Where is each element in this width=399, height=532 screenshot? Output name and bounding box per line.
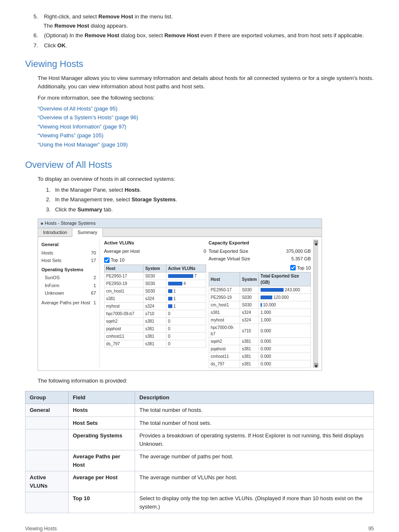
vlun-system: s381 xyxy=(143,317,166,325)
cap-host: cm_host1 xyxy=(209,301,240,309)
cap-system: S030 xyxy=(240,294,259,301)
vluns-avg-row: Average per Host 0 xyxy=(104,247,206,255)
vluns-top10-checkbox[interactable] xyxy=(104,257,110,263)
link-overview-all-hosts[interactable]: “Overview of All Hosts” (page 95) xyxy=(38,105,374,113)
unknown-label: Unknown xyxy=(45,290,64,297)
panel-title-bar: ■ Hosts - Storage Systems xyxy=(38,219,322,228)
table-row: Top 10 Select to display only the top te… xyxy=(26,492,374,513)
vluns-top10-label: Top 10 xyxy=(111,257,125,264)
info-description: The average number of paths per host. xyxy=(135,450,374,471)
table-row: PE2950-19 S030 4 xyxy=(104,280,206,287)
scroll-up[interactable]: ▲ xyxy=(314,240,318,244)
table-row: PE2950-19 S030 120.000 xyxy=(209,294,310,301)
table-row: pqahost s381 0 xyxy=(104,325,206,332)
table-header-description: Description xyxy=(135,391,374,404)
cap-host: myhost xyxy=(209,316,240,324)
info-group xyxy=(26,450,69,471)
cap-system: s381 xyxy=(240,360,259,368)
vluns-table: Host System Active VLUNs PE2950-17 S030 … xyxy=(104,265,206,348)
panel-icon: ■ xyxy=(41,220,43,226)
table-row: myhost s324 1 xyxy=(104,302,206,310)
info-group xyxy=(26,492,69,513)
capacity-total-value: 375,000 GB xyxy=(286,248,311,255)
table-header-field: Field xyxy=(68,391,135,404)
capacity-avg-value: 5.357 GB xyxy=(292,255,311,262)
table-row: s381 s324 1.000 xyxy=(209,309,310,316)
info-field: Hosts xyxy=(68,404,135,417)
sunos-label: SunOS xyxy=(45,274,59,281)
section2-step-1: 1. In the Manager Pane, select Hosts. xyxy=(46,186,374,194)
table-row: hpc7000-09-b7 s710 0 xyxy=(104,310,206,317)
table-row: Host Sets The total number of host sets. xyxy=(26,416,374,429)
viewing-hosts-title: Viewing Hosts xyxy=(25,57,374,71)
section2-step-3: 3. Click the Summary tab. xyxy=(46,206,374,214)
overview-all-hosts-title: Overview of All Hosts xyxy=(25,158,374,172)
vlun-host: myhost xyxy=(104,302,143,310)
hosts-label: Hosts xyxy=(41,249,53,257)
vlun-host: PE2950-19 xyxy=(104,280,143,287)
vlun-count: 0 xyxy=(166,340,206,347)
unknown-value: 67 xyxy=(91,290,96,297)
link-viewing-paths[interactable]: “Viewing Paths” (page 105) xyxy=(38,131,374,140)
tab-introduction[interactable]: Introduction xyxy=(38,228,72,237)
following-info-text: The following information is provided: xyxy=(38,377,374,385)
vlun-host: ds_797 xyxy=(104,340,143,347)
step-6: 6. (Optional) In the Remove Host dialog … xyxy=(33,31,374,40)
vlun-system: s324 xyxy=(143,302,166,310)
scroll-down[interactable]: ▼ xyxy=(314,363,318,367)
cap-system: s381 xyxy=(240,338,259,345)
step-7-number: 7. xyxy=(33,42,38,49)
info-table: Group Field Description General Hosts Th… xyxy=(25,391,374,514)
link-using-host-manager[interactable]: “Using the Host Manager” (page 109) xyxy=(38,141,374,149)
panel-tabs[interactable]: Introduction Summary xyxy=(38,228,322,237)
table-row: ds_797 s381 0 xyxy=(104,340,206,347)
vlun-system: s381 xyxy=(143,332,166,340)
capacity-total-row: Total Exported Size 375,000 GB xyxy=(209,247,311,255)
hosts-row: Hosts 70 xyxy=(41,249,96,257)
link-overview-system-hosts[interactable]: “Overview of a System’s Hosts” (page 96) xyxy=(38,113,374,122)
inform-row: InForm 1 xyxy=(41,282,96,290)
capacity-top10-row[interactable]: Top 10 xyxy=(209,265,311,272)
panel-right: Active VLUNs Average per Host 0 Top 10 H… xyxy=(104,239,318,368)
vlun-count: 0 xyxy=(166,317,206,325)
vlun-system: s381 xyxy=(143,340,166,347)
cap-host: pqahost xyxy=(209,345,240,353)
cap-size: 0.000 xyxy=(259,345,311,353)
vlun-system: s324 xyxy=(143,295,166,302)
cap-system: S030 xyxy=(240,286,259,294)
vlun-count: 1 xyxy=(166,302,206,310)
vluns-avg-value: 0 xyxy=(204,248,206,255)
table-row: cmhost11 s381 0.000 xyxy=(209,353,310,360)
info-description: Provides a breakdown of operating system… xyxy=(135,429,374,450)
table-row: Active VLUNs Average per Host The averag… xyxy=(26,471,374,492)
vlun-host: PE2950-17 xyxy=(104,272,143,280)
cap-col-size: Total Exported Size (GB) xyxy=(259,272,311,286)
info-field: Average per Host xyxy=(68,471,135,492)
vluns-top10-row[interactable]: Top 10 xyxy=(104,257,206,264)
section2-intro: To display an overview of hosts in all c… xyxy=(38,175,374,183)
cap-system: s381 xyxy=(240,353,259,360)
avgpaths-value: 1 xyxy=(94,299,96,306)
vlun-count: 1 xyxy=(166,287,206,295)
page-footer: Viewing Hosts 95 xyxy=(25,525,374,532)
table-row: hpc7000-09-b7 s710 0.000 xyxy=(209,324,310,338)
panel-content: General Hosts 70 Host Sets 17 Operating … xyxy=(38,237,322,370)
vlun-count: 7 xyxy=(166,272,206,280)
step-5: 5. Right-click, and select Remove Host i… xyxy=(33,13,374,30)
footer-left: Viewing Hosts xyxy=(25,525,57,532)
capacity-top10-checkbox[interactable] xyxy=(290,265,296,270)
vlun-host: pqahost xyxy=(104,325,143,332)
vluns-col-vluns: Active VLUNs xyxy=(166,265,206,272)
cap-size: 1.000 xyxy=(259,316,311,324)
hostsets-value: 17 xyxy=(91,257,96,264)
link-viewing-host-info[interactable]: “Viewing Host Information” (page 97) xyxy=(38,123,374,131)
info-field: Operating Systems xyxy=(68,429,135,450)
vlun-host: sqeh2 xyxy=(104,317,143,325)
vluns-avg-label: Average per Host xyxy=(104,248,140,255)
panel-scrollbar[interactable]: ▲ ▼ xyxy=(313,239,318,368)
viewing-hosts-more: For more information, see the following … xyxy=(38,94,374,102)
cap-host: ds_797 xyxy=(209,360,240,368)
table-header-group: Group xyxy=(26,391,69,404)
table-row: Operating Systems Provides a breakdown o… xyxy=(26,429,374,450)
tab-summary[interactable]: Summary xyxy=(72,228,102,237)
